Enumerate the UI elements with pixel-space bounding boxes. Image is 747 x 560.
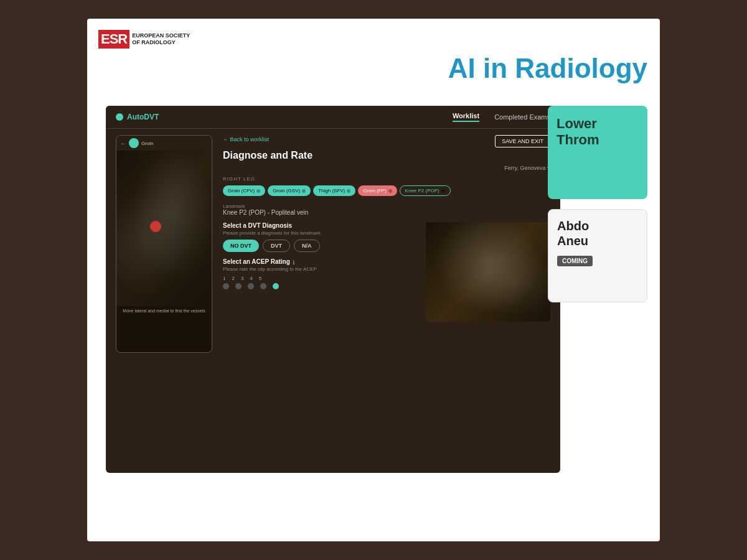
app-left-panel: ← Groin Move lateral and medial to find … bbox=[116, 135, 215, 353]
acep-rating: 1 2 3 4 5 bbox=[223, 276, 418, 289]
dvt-section: Select a DVT Diagnosis Please provide a … bbox=[223, 222, 418, 252]
acep-dots bbox=[223, 283, 418, 289]
btn-dot-fp bbox=[388, 189, 392, 193]
mobile-patient-name: Groin bbox=[141, 141, 154, 146]
app-logo: AutoDVT bbox=[116, 113, 159, 121]
acep-dot-1[interactable] bbox=[223, 283, 229, 289]
app-screenshot: AutoDVT Worklist Completed Exams ← Groin bbox=[106, 106, 560, 473]
app-name: AutoDVT bbox=[127, 113, 159, 121]
dvt-btn-no-dvt[interactable]: NO DVT bbox=[223, 240, 259, 252]
page-title: Diagnose and Rate bbox=[223, 150, 550, 161]
dvt-btn-dvt[interactable]: DVT bbox=[263, 240, 290, 252]
section-right-leg: RIGHT LEG bbox=[223, 176, 550, 182]
app-right-panel: ← Back to worklist SAVE AND EXIT Diagnos… bbox=[223, 135, 550, 353]
slide-content: ESR EUROPEAN SOCIETY OF RADIOLOGY AI in … bbox=[87, 19, 660, 541]
esr-logo: ESR EUROPEAN SOCIETY OF RADIOLOGY bbox=[98, 30, 190, 49]
mobile-avatar bbox=[129, 138, 139, 148]
app-logo-dot bbox=[116, 113, 123, 121]
acep-dot-2[interactable] bbox=[235, 283, 242, 289]
leg-btn-fp[interactable]: Groin (FP) bbox=[358, 185, 397, 196]
right-cards: Lower Throm Abdo Aneu COMING bbox=[548, 106, 647, 302]
btn-dot-pop bbox=[441, 189, 445, 193]
red-dot-marker bbox=[150, 221, 161, 232]
app-header: AutoDVT Worklist Completed Exams bbox=[106, 106, 560, 129]
btn-dot-cfv bbox=[256, 189, 260, 193]
acep-section: Select an ACEP Rating ℹ Please rate the … bbox=[223, 258, 418, 289]
card-upper-text: Lower Throm bbox=[557, 116, 639, 149]
esr-logo-text: ESR bbox=[101, 31, 127, 47]
diagnosis-panel: Select a DVT Diagnosis Please provide a … bbox=[223, 222, 418, 322]
acep-title: Select an ACEP Rating bbox=[223, 258, 290, 265]
ultrasound-right-overlay bbox=[426, 222, 550, 322]
landmark-section: Landmark Knee P2 (POP) - Popliteal vein bbox=[223, 203, 550, 216]
card-lower-text: Abdo Aneu bbox=[557, 218, 638, 248]
leg-btn-gsv[interactable]: Groin (GSV) bbox=[268, 185, 311, 196]
esr-full-name: EUROPEAN SOCIETY OF RADIOLOGY bbox=[132, 32, 190, 46]
mobile-frame: ← Groin Move lateral and medial to find … bbox=[116, 135, 212, 353]
card-lower: Abdo Aneu COMING bbox=[548, 209, 647, 302]
acep-info-icon: ℹ bbox=[293, 259, 294, 266]
mobile-header: ← Groin bbox=[116, 136, 212, 151]
card-upper: Lower Throm bbox=[548, 106, 647, 199]
acep-dot-5[interactable] bbox=[273, 283, 279, 289]
leg-btn-cfv[interactable]: Groin (CFV) bbox=[223, 185, 265, 196]
user-label: Ferry, Genoveva ▾ bbox=[223, 165, 550, 171]
btn-dot-gsv bbox=[302, 189, 306, 193]
back-link[interactable]: ← Back to worklist bbox=[223, 136, 269, 142]
dvt-title: Select a DVT Diagnosis bbox=[223, 222, 418, 229]
acep-subtitle: Please rate the clip according to the AC… bbox=[223, 266, 418, 272]
dvt-btn-na[interactable]: N/A bbox=[294, 240, 320, 252]
app-header-row: ← Back to worklist SAVE AND EXIT bbox=[223, 135, 550, 147]
mobile-ultrasound bbox=[116, 151, 212, 306]
mobile-back-btn[interactable]: ← bbox=[120, 140, 126, 147]
logo-area: ESR EUROPEAN SOCIETY OF RADIOLOGY bbox=[98, 30, 190, 49]
leg-buttons: Groin (CFV) Groin (GSV) Thigh (SFV) Groi… bbox=[223, 185, 550, 196]
dvt-buttons: NO DVT DVT N/A bbox=[223, 240, 418, 252]
landmark-value: Knee P2 (POP) - Popliteal vein bbox=[223, 209, 550, 216]
app-nav: Worklist Completed Exams bbox=[453, 112, 550, 122]
acep-numbers: 1 2 3 4 5 bbox=[223, 276, 418, 281]
nav-completed[interactable]: Completed Exams bbox=[494, 113, 550, 121]
btn-dot-sfv bbox=[347, 189, 350, 193]
app-main: ← Groin Move lateral and medial to find … bbox=[106, 129, 560, 359]
ultrasound-overlay bbox=[116, 151, 212, 306]
coming-badge: COMING bbox=[557, 256, 593, 266]
leg-btn-sfv[interactable]: Thigh (SFV) bbox=[313, 185, 355, 196]
landmark-label: Landmark bbox=[223, 203, 550, 209]
save-exit-button[interactable]: SAVE AND EXIT bbox=[495, 135, 550, 147]
esr-box: ESR bbox=[98, 30, 129, 49]
ultrasound-right bbox=[426, 222, 550, 322]
dvt-subtitle: Please provide a diagnosis for this land… bbox=[223, 230, 418, 236]
main-title: AI in Radiology bbox=[448, 53, 647, 84]
leg-btn-pop[interactable]: Knee P2 (POP) bbox=[400, 185, 451, 196]
acep-dot-4[interactable] bbox=[260, 283, 266, 289]
nav-worklist[interactable]: Worklist bbox=[453, 112, 479, 122]
content-row: Select a DVT Diagnosis Please provide a … bbox=[223, 222, 550, 322]
acep-dot-3[interactable] bbox=[248, 283, 254, 289]
mobile-label: Move lateral and medial to find the vess… bbox=[116, 306, 212, 315]
